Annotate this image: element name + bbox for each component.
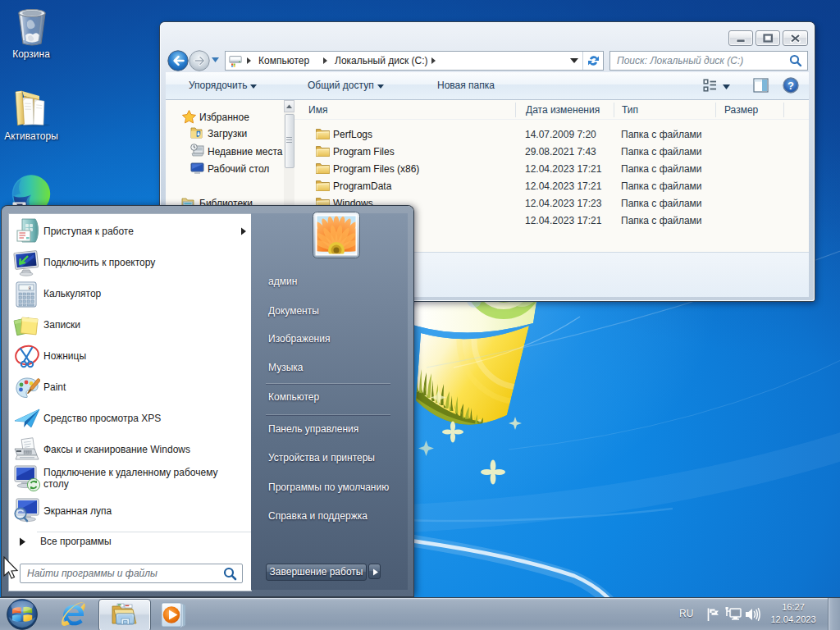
svg-text:8: 8 (28, 285, 31, 291)
svg-text:?: ? (788, 80, 794, 92)
